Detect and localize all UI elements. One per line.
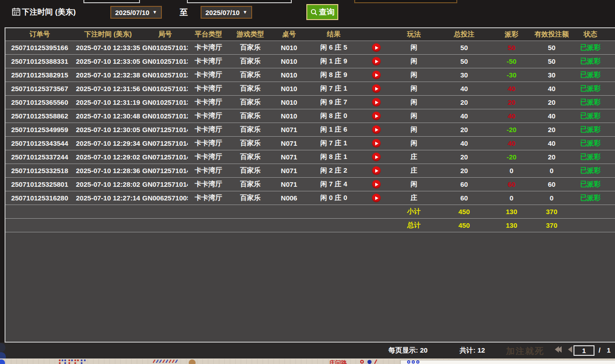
subtotal-label: 小计	[391, 207, 437, 216]
cell-payout: 0	[491, 167, 532, 174]
play-video-icon[interactable]	[372, 153, 381, 161]
cell-video	[361, 57, 391, 66]
cell-round-number: GN01025710131	[142, 85, 188, 92]
cell-payout: -30	[491, 71, 532, 79]
play-video-icon[interactable]	[372, 166, 381, 175]
cell-valid-bet: 20	[532, 126, 572, 133]
cell-table-number: N010	[272, 98, 306, 106]
prev-page-icon[interactable]	[568, 346, 572, 353]
cell-game-type: 百家乐	[229, 43, 272, 52]
cell-platform: 卡卡湾厅	[188, 153, 229, 161]
road-label: 庄问路	[329, 359, 347, 364]
subtotal-bet: 450	[437, 208, 491, 215]
cell-payout: 60	[491, 180, 532, 188]
cell-platform: 卡卡湾厅	[188, 84, 229, 93]
play-video-icon[interactable]	[372, 125, 381, 134]
cell-payout: -20	[491, 126, 532, 133]
col-header-play: 玩法	[391, 30, 437, 39]
cell-play-type: 庄	[391, 194, 437, 202]
cell-play-type: 闲	[391, 180, 437, 189]
table-row: 250710125337244 2025-07-10 12:29:02 GN07…	[5, 150, 615, 164]
table-row: 250710125349959 2025-07-10 12:30:05 GN07…	[5, 123, 615, 137]
table-row: 250710125316280 2025-07-10 12:27:14 GN00…	[5, 191, 615, 205]
page-number-input[interactable]	[574, 345, 594, 356]
calendar-icon	[12, 7, 21, 18]
table-row: 250710125395166 2025-07-10 12:33:35 GN01…	[5, 41, 615, 55]
background-window-sliver	[0, 359, 615, 364]
cell-platform: 卡卡湾厅	[188, 43, 229, 52]
cell-platform: 卡卡湾厅	[188, 71, 229, 79]
play-video-icon[interactable]	[372, 139, 381, 148]
cell-bet-time: 2025-07-10 12:28:02	[74, 180, 142, 188]
query-button[interactable]: 查询	[306, 4, 338, 20]
cell-play-type: 庄	[391, 153, 437, 161]
cell-status: 已派彩	[572, 153, 609, 161]
road-circle-icon	[416, 360, 419, 364]
cell-order-number: 250710125373567	[5, 85, 74, 92]
cell-valid-bet: 40	[532, 85, 572, 92]
cutoff-input-1[interactable]	[83, 0, 140, 3]
cell-table-number: N071	[272, 139, 306, 147]
play-video-icon[interactable]	[372, 98, 381, 107]
cell-round-number: GN01025710130	[142, 98, 188, 106]
play-video-icon[interactable]	[372, 84, 381, 93]
table-header-row: 订单号 下注时间 (美东) 局号 平台类型 游戏类型 桌号 结果 玩法 总投注 …	[5, 28, 615, 41]
cell-play-type: 庄	[391, 166, 437, 175]
cutoff-input-2[interactable]	[187, 0, 292, 3]
cell-payout: 40	[491, 112, 532, 120]
cell-order-number: 250710125325801	[5, 180, 74, 188]
cell-valid-bet: 50	[532, 57, 572, 65]
table-body: 250710125395166 2025-07-10 12:33:35 GN01…	[5, 41, 615, 205]
cell-table-number: N010	[272, 85, 306, 92]
page-size-label: 每页显示: 20	[388, 346, 428, 355]
cell-total-bet: 20	[437, 167, 491, 174]
date-range-to-label: 至	[180, 7, 188, 18]
cell-table-number: N006	[272, 194, 306, 202]
cell-order-number: 250710125332518	[5, 167, 74, 174]
col-header-order: 订单号	[5, 30, 74, 39]
cell-game-type: 百家乐	[229, 153, 272, 161]
cell-valid-bet: 30	[532, 71, 572, 79]
cell-status: 已派彩	[572, 43, 609, 52]
play-video-icon[interactable]	[372, 57, 381, 66]
play-video-icon[interactable]	[372, 112, 381, 120]
cell-table-number: N010	[272, 44, 306, 51]
date-from-select[interactable]: 2025/07/10 ▼	[110, 6, 162, 19]
date-to-select[interactable]: 2025/07/10 ▼	[201, 6, 252, 19]
cell-bet-time: 2025-07-10 12:29:34	[74, 139, 142, 147]
play-video-icon[interactable]	[372, 180, 381, 189]
cell-payout: 20	[491, 98, 532, 106]
cell-round-number: GN01025710133	[142, 57, 188, 65]
banker-road-symbol	[360, 360, 364, 364]
cell-total-bet: 20	[437, 153, 491, 161]
cell-total-bet: 60	[437, 180, 491, 188]
background-panel	[400, 360, 615, 364]
total-pages: 1	[607, 346, 610, 354]
cell-status: 已派彩	[572, 71, 609, 79]
cell-valid-bet: 20	[532, 98, 572, 106]
table-empty-area	[5, 232, 615, 342]
cutoff-input-3[interactable]	[354, 0, 457, 3]
cell-video	[361, 43, 391, 52]
cell-table-number: N071	[272, 126, 306, 133]
cell-platform: 卡卡湾厅	[188, 125, 229, 134]
cell-payout: -20	[491, 153, 532, 161]
table-row: 250710125382915 2025-07-10 12:32:38 GN01…	[5, 68, 615, 82]
play-video-icon[interactable]	[372, 71, 381, 79]
cell-video	[361, 98, 391, 107]
cell-bet-time: 2025-07-10 12:33:05	[74, 57, 142, 65]
play-video-icon[interactable]	[372, 43, 381, 52]
play-video-icon[interactable]	[372, 194, 381, 202]
cell-play-type: 闲	[391, 98, 437, 107]
cell-video	[361, 153, 391, 162]
cell-order-number: 250710125349959	[5, 126, 74, 133]
cell-total-bet: 40	[437, 112, 491, 120]
cell-video	[361, 71, 391, 80]
player-road-symbol	[367, 360, 372, 364]
table-row: 250710125332518 2025-07-10 12:28:36 GN07…	[5, 164, 615, 178]
cell-play-type: 闲	[391, 71, 437, 79]
chevron-down-icon: ▼	[243, 10, 248, 15]
col-header-round: 局号	[142, 30, 188, 39]
cell-total-bet: 50	[437, 57, 491, 65]
first-page-icon[interactable]	[555, 346, 562, 353]
